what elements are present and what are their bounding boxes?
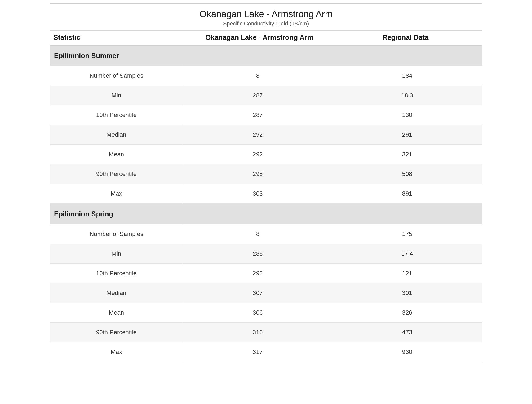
cell-statistic: Min: [50, 86, 183, 105]
cell-site: 8: [183, 72, 332, 79]
table-row: Median 292 291: [50, 125, 482, 145]
cell-site: 316: [183, 329, 332, 336]
cell-region: 508: [332, 170, 482, 178]
report-container: Okanagan Lake - Armstrong Arm Specific C…: [50, 3, 482, 362]
cell-statistic: 10th Percentile: [50, 105, 183, 125]
cell-site: 8: [183, 231, 332, 238]
cell-statistic: Max: [50, 342, 183, 362]
column-header-region: Regional Data: [332, 33, 479, 42]
cell-region: 891: [332, 190, 482, 197]
cell-site: 293: [183, 270, 332, 277]
cell-statistic: Number of Samples: [50, 66, 183, 86]
cell-region: 18.3: [332, 92, 482, 99]
cell-statistic: Min: [50, 244, 183, 263]
title-block: Okanagan Lake - Armstrong Arm Specific C…: [50, 7, 482, 30]
group-header: Epilimnion Spring: [50, 204, 482, 224]
cell-site: 306: [183, 309, 332, 316]
cell-statistic: Max: [50, 184, 183, 203]
table-row: Max 317 930: [50, 342, 482, 362]
cell-statistic: Mean: [50, 303, 183, 322]
cell-statistic: 90th Percentile: [50, 323, 183, 342]
table-row: Min 287 18.3: [50, 86, 482, 105]
top-rule: [50, 3, 482, 4]
cell-site: 288: [183, 250, 332, 257]
column-header-site: Okanagan Lake - Armstrong Arm: [186, 33, 332, 42]
group-header: Epilimnion Summer: [50, 45, 482, 66]
cell-region: 321: [332, 151, 482, 158]
cell-region: 301: [332, 289, 482, 297]
page-title: Okanagan Lake - Armstrong Arm: [50, 9, 482, 19]
cell-statistic: Median: [50, 283, 183, 303]
cell-site: 317: [183, 348, 332, 356]
table-row: 10th Percentile 293 121: [50, 264, 482, 283]
cell-region: 175: [332, 231, 482, 238]
table-row: Mean 292 321: [50, 145, 482, 164]
cell-site: 287: [183, 92, 332, 99]
cell-site: 298: [183, 170, 332, 178]
table-row: Number of Samples 8 184: [50, 66, 482, 86]
cell-region: 291: [332, 131, 482, 138]
cell-statistic: Median: [50, 125, 183, 144]
cell-site: 292: [183, 131, 332, 138]
cell-region: 326: [332, 309, 482, 316]
table-row: 90th Percentile 298 508: [50, 164, 482, 184]
table-row: 10th Percentile 287 130: [50, 105, 482, 125]
cell-site: 307: [183, 289, 332, 297]
table-row: Mean 306 326: [50, 303, 482, 323]
cell-region: 17.4: [332, 250, 482, 257]
cell-region: 473: [332, 329, 482, 336]
cell-region: 121: [332, 270, 482, 277]
table-row: Number of Samples 8 175: [50, 224, 482, 244]
table-row: Max 303 891: [50, 184, 482, 204]
table-row: Min 288 17.4: [50, 244, 482, 264]
cell-site: 303: [183, 190, 332, 197]
cell-site: 292: [183, 151, 332, 158]
column-header-row: Statistic Okanagan Lake - Armstrong Arm …: [50, 31, 482, 45]
page-subtitle: Specific Conductivity-Field (uS/cm): [50, 20, 482, 27]
cell-statistic: Mean: [50, 145, 183, 164]
column-header-statistic: Statistic: [53, 33, 186, 42]
cell-region: 130: [332, 112, 482, 119]
cell-statistic: Number of Samples: [50, 224, 183, 244]
cell-statistic: 90th Percentile: [50, 164, 183, 184]
table-row: 90th Percentile 316 473: [50, 323, 482, 342]
cell-site: 287: [183, 112, 332, 119]
table-row: Median 307 301: [50, 283, 482, 303]
cell-region: 930: [332, 348, 482, 356]
cell-region: 184: [332, 72, 482, 79]
cell-statistic: 10th Percentile: [50, 264, 183, 283]
